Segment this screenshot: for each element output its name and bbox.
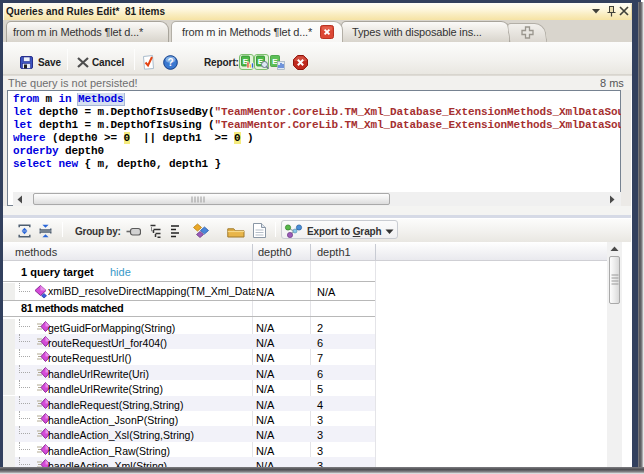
- svg-text:?: ?: [167, 57, 173, 68]
